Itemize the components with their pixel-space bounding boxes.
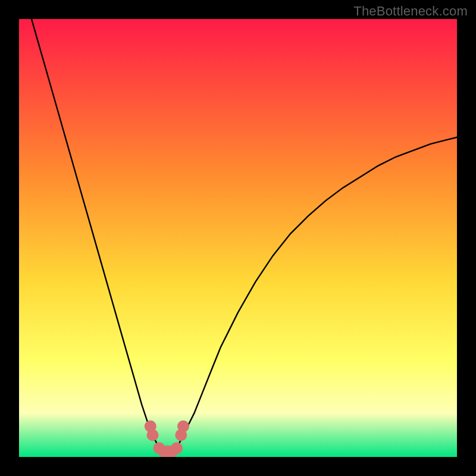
gradient-background [19,19,457,457]
chart-frame: TheBottleneck.com [0,0,476,476]
curve-marker [177,421,189,433]
bottleneck-curve-chart [19,19,457,457]
curve-marker [171,442,183,454]
watermark-text: TheBottleneck.com [353,4,468,19]
plot-area [19,19,457,457]
curve-marker [147,429,159,441]
